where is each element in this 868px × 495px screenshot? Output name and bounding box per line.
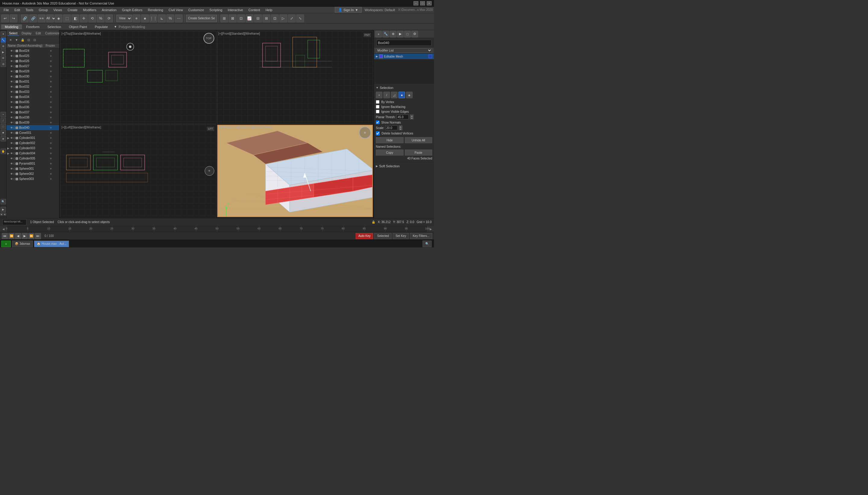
percent-snap[interactable]: %: [167, 15, 174, 22]
mirror[interactable]: ⊞: [220, 15, 228, 22]
angle-snap[interactable]: ⊾: [158, 15, 166, 22]
viewport-btn-2[interactable]: ■: [4, 213, 6, 216]
layer-manager[interactable]: ⊡: [237, 15, 245, 22]
use-selection[interactable]: ◉: [141, 15, 149, 22]
placement[interactable]: ⟳: [105, 15, 113, 22]
paste-button[interactable]: Paste: [405, 150, 433, 156]
material-editor[interactable]: ⊞: [262, 15, 270, 22]
rp-btn-modify[interactable]: 🔧: [382, 31, 389, 37]
planar-thresh-down[interactable]: ▼: [410, 117, 414, 119]
viewport-top[interactable]: [+][Top][Standard][Wireframe] TOP: [60, 31, 216, 124]
nav-gizmo-top[interactable]: TOP: [204, 33, 214, 44]
play-reverse-btn[interactable]: ◀: [15, 233, 21, 239]
prev-frame-btn[interactable]: ⏪: [8, 233, 15, 239]
use-pivot[interactable]: ⊕: [133, 15, 140, 22]
coordinate-system[interactable]: View: [116, 15, 132, 22]
menu-views[interactable]: Views: [51, 7, 65, 12]
scene-item[interactable]: 👁 □ Box037 ✳: [7, 110, 59, 115]
motion-panel-btn[interactable]: ▶: [1, 49, 6, 55]
curve-editor[interactable]: 📈: [246, 15, 254, 22]
menu-civil-view[interactable]: Civil View: [166, 7, 185, 12]
display-panel-btn[interactable]: 👁: [1, 55, 6, 61]
tab-selection[interactable]: Selection: [44, 24, 65, 29]
align[interactable]: ⊠: [229, 15, 237, 22]
maximize-button[interactable]: □: [420, 1, 425, 5]
hide-button[interactable]: Hide: [376, 137, 403, 143]
scene-item[interactable]: 👁 □ Box033 ✳: [7, 89, 59, 95]
filter-select[interactable]: All: [44, 15, 56, 22]
scene-item[interactable]: 👁 □ Box032 ✳: [7, 84, 59, 89]
border-select-btn[interactable]: ◿: [391, 92, 398, 98]
planar-thresh-up[interactable]: ▲: [410, 115, 414, 117]
timeline-bar[interactable]: 0510152025303540455055606570758085909510…: [7, 226, 427, 232]
menu-content[interactable]: Content: [246, 7, 262, 12]
viewport-left[interactable]: [+][Left][Standard][Wireframe]: [60, 124, 216, 218]
link-button[interactable]: 🔗: [21, 15, 29, 22]
scene-item[interactable]: 👁 □ Box025 ✳: [7, 53, 59, 58]
se-filter[interactable]: ▼: [14, 37, 19, 43]
viewport-perspective[interactable]: [+][Perspective][Standard][Edged Faces]: [217, 124, 374, 218]
next-frame-btn[interactable]: ⏩: [28, 233, 34, 239]
viewport-front[interactable]: [+][Front][Standard][Wireframe] FNT: [217, 31, 374, 124]
menu-modifiers[interactable]: Modifiers: [81, 7, 99, 12]
frame-counter[interactable]: 0 / 100: [41, 234, 57, 238]
element-select-btn[interactable]: ◈: [1, 136, 6, 141]
scale-up[interactable]: ▲: [399, 125, 402, 128]
render-setup[interactable]: ⊡: [271, 15, 279, 22]
key-filters-button[interactable]: Key Filters...: [410, 233, 432, 239]
scene-item[interactable]: 👁 □ Box035 ✳: [7, 100, 59, 105]
se-options1[interactable]: ⊡: [26, 37, 31, 43]
scene-item[interactable]: 👁 □ Box030 ✳: [7, 74, 59, 79]
go-to-start-btn[interactable]: ⏮: [2, 233, 8, 239]
modify-panel-btn[interactable]: 🔧: [1, 37, 6, 43]
spinner-snap[interactable]: ⋯: [175, 15, 183, 22]
grab-viewport-btn[interactable]: ✋: [1, 149, 6, 154]
scene-item[interactable]: ▶ 👁 □ Cylinder004 ✳: [7, 151, 59, 156]
scene-item[interactable]: 👁 □ Sphere001 ✳: [7, 166, 59, 171]
nav-gizmo-perspective[interactable]: ⊕: [359, 126, 371, 139]
menu-scripting[interactable]: Scripting: [207, 7, 225, 12]
edge-select-btn[interactable]: /: [1, 118, 6, 123]
vertex-select-btn[interactable]: •: [376, 92, 382, 98]
tab-object-paint[interactable]: Object Paint: [65, 24, 91, 29]
face-select-btn[interactable]: ■: [398, 92, 405, 98]
taskbar-search-btn[interactable]: 🔍: [422, 241, 432, 247]
tab-modeling[interactable]: Modeling: [1, 24, 22, 29]
menu-customize[interactable]: Customize: [186, 7, 206, 12]
modifier-enable-btn[interactable]: [429, 54, 432, 58]
render[interactable]: ▷: [279, 15, 287, 22]
menu-graph-editors[interactable]: Graph Editors: [120, 7, 145, 12]
expand-panel-btn[interactable]: ▶: [1, 207, 6, 212]
scene-item[interactable]: ▶ 👁 □ Cylinder001 ✳: [7, 135, 59, 140]
rp-btn-create[interactable]: +: [375, 31, 382, 37]
by-vertex-checkbox[interactable]: [376, 100, 379, 104]
create-selection-set-button[interactable]: Create Selection Se: [186, 15, 217, 22]
scene-item[interactable]: 👁 □ Box040 ✳: [7, 125, 59, 130]
scene-item[interactable]: 👁 □ Pyramid001 ✳: [7, 161, 59, 166]
utility-panel-btn[interactable]: ⚙: [1, 62, 6, 67]
scale[interactable]: %: [97, 15, 105, 22]
modifier-editable-mesh[interactable]: ▶ Editable Mesh: [374, 54, 434, 59]
render-frame[interactable]: ⤢: [288, 15, 296, 22]
select-region-button[interactable]: ⬚: [63, 15, 71, 22]
se-tab-select[interactable]: Select: [8, 31, 19, 36]
ignore-backfacing-checkbox[interactable]: [376, 105, 379, 108]
object-name-input[interactable]: Box040: [377, 40, 432, 46]
go-to-end-btn[interactable]: ⏭: [35, 233, 41, 239]
unlink-button[interactable]: 🔗: [29, 15, 37, 22]
zoom-btn[interactable]: 🔍: [1, 199, 6, 204]
scene-item[interactable]: 👁 □ Box028 ✳: [7, 69, 59, 74]
rp-btn-display[interactable]: □: [404, 31, 411, 37]
activeshade[interactable]: ⤡: [296, 15, 304, 22]
close-button[interactable]: ×: [427, 1, 432, 5]
select-filter-dropdown[interactable]: All: [46, 15, 54, 22]
menu-edit[interactable]: Edit: [12, 7, 23, 12]
menu-rendering[interactable]: Rendering: [145, 7, 166, 12]
undo-button[interactable]: ↩: [1, 15, 9, 22]
ignore-visible-edges-checkbox[interactable]: [376, 110, 379, 113]
menu-file[interactable]: File: [1, 7, 12, 12]
scale-input[interactable]: 20.0: [385, 125, 398, 130]
tab-freeform[interactable]: Freeform: [23, 24, 44, 29]
select-object-button[interactable]: ◈: [55, 15, 63, 22]
se-tab-display[interactable]: Display: [20, 31, 33, 36]
